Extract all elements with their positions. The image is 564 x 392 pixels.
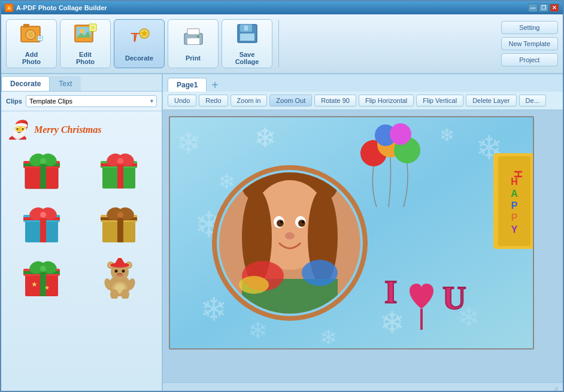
- clips-select-wrapper: Template Clips: [26, 95, 157, 107]
- main-area: Decorate Text Clips Template Clips 🎅 Mer…: [1, 74, 563, 392]
- tab-text[interactable]: Text: [50, 76, 81, 91]
- svg-point-77: [122, 270, 125, 273]
- svg-rect-3: [23, 24, 29, 28]
- zoom-out-button[interactable]: Zoom Out: [269, 95, 312, 107]
- svg-text:❄: ❄: [320, 326, 337, 349]
- svg-text:P: P: [511, 212, 518, 223]
- svg-text:❄: ❄: [254, 123, 277, 153]
- page-tabs-bar: Page1 +: [163, 74, 563, 92]
- svg-point-115: [302, 221, 304, 223]
- canvas-background: ❄ ❄ ❄ ❄ ❄ ❄ ❄ ❄ ❄ ❄ ❄ ❄ ❄: [170, 117, 534, 350]
- redo-button[interactable]: Redo: [199, 95, 228, 107]
- svg-point-116: [285, 232, 295, 239]
- xmas-hat-icon: 🎅: [7, 119, 29, 140]
- canvas-area: ❄ ❄ ❄ ❄ ❄ ❄ ❄ ❄ ❄ ❄ ❄ ❄ ❄: [163, 110, 563, 382]
- clip-item-gift-green[interactable]: [84, 146, 156, 194]
- clips-label: Clips: [6, 98, 22, 105]
- clip-item-bow-red[interactable]: ★ ★: [7, 254, 78, 302]
- app-title: A-PDF Photo Collage Builder: [16, 4, 107, 11]
- window-controls: — ❐ ✕: [528, 4, 559, 12]
- decorate-button[interactable]: T T Decorate: [114, 19, 165, 68]
- svg-text:A: A: [7, 6, 10, 10]
- svg-point-41: [117, 158, 123, 164]
- save-collage-button[interactable]: SaveCollage: [222, 19, 272, 68]
- add-photo-icon: +: [20, 23, 44, 48]
- svg-rect-25: [240, 34, 254, 41]
- title-bar: A A-PDF Photo Collage Builder — ❐ ✕: [1, 1, 563, 14]
- svg-point-5: [28, 32, 34, 38]
- svg-text:❄: ❄: [248, 317, 268, 344]
- svg-point-112: [277, 220, 284, 227]
- close-button[interactable]: ✕: [550, 4, 559, 12]
- merry-christmas-header: 🎅 Merry Christmas: [4, 114, 159, 143]
- zoom-in-button[interactable]: Zoom in: [231, 95, 268, 107]
- svg-point-62: [40, 266, 46, 272]
- svg-text:A: A: [511, 189, 518, 199]
- svg-rect-20: [187, 38, 199, 44]
- print-button[interactable]: Print: [168, 19, 219, 68]
- svg-rect-12: [89, 24, 96, 31]
- print-label: Print: [186, 54, 201, 62]
- panel-tabs: Decorate Text: [1, 74, 162, 92]
- rotate-button[interactable]: Rotate 90: [314, 95, 356, 107]
- svg-text:Y: Y: [511, 224, 518, 235]
- svg-text:P: P: [511, 200, 518, 211]
- right-area: Page1 + Undo Redo Zoom in Zoom Out Rotat…: [163, 74, 563, 392]
- svg-point-10: [80, 29, 84, 34]
- svg-point-113: [298, 220, 305, 227]
- main-toolbar: + AddPhoto EditPhoto: [1, 14, 563, 74]
- svg-point-109: [239, 276, 269, 294]
- page-tab-1[interactable]: Page1: [168, 78, 207, 92]
- clips-content: 🎅 Merry Christmas: [1, 111, 162, 392]
- svg-point-75: [117, 257, 123, 258]
- new-template-button[interactable]: New Template: [501, 37, 559, 50]
- clip-item-gift-gold[interactable]: [84, 200, 156, 248]
- toolbar-separator: [278, 20, 279, 68]
- canvas-image[interactable]: ❄ ❄ ❄ ❄ ❄ ❄ ❄ ❄ ❄ ❄ ❄ ❄ ❄: [169, 116, 534, 350]
- svg-text:❄: ❄: [200, 291, 228, 328]
- svg-point-108: [302, 260, 338, 286]
- svg-text:★: ★: [31, 280, 38, 288]
- svg-text:+: +: [38, 35, 41, 41]
- clips-select[interactable]: Template Clips: [26, 95, 157, 107]
- svg-text:❄: ❄: [176, 126, 201, 160]
- merry-christmas-text: Merry Christmas: [34, 124, 101, 135]
- tab-decorate[interactable]: Decorate: [1, 76, 50, 91]
- delete-layer-button[interactable]: Delete Layer: [466, 95, 516, 107]
- toolbar-group-main: + AddPhoto EditPhoto: [6, 19, 272, 68]
- clip-item-gift-red[interactable]: [7, 146, 78, 194]
- clip-item-gift-blue[interactable]: [7, 200, 78, 248]
- project-button[interactable]: Project: [501, 53, 559, 66]
- flip-horizontal-button[interactable]: Flip Horizontal: [359, 95, 414, 107]
- add-page-button[interactable]: +: [211, 79, 219, 91]
- edit-toolbar: Undo Redo Zoom in Zoom Out Rotate 90 Fli…: [163, 92, 563, 110]
- clip-item-teddy[interactable]: [84, 254, 156, 302]
- undo-button[interactable]: Undo: [168, 95, 196, 107]
- minimize-button[interactable]: —: [528, 4, 538, 12]
- svg-point-48: [40, 212, 46, 218]
- svg-rect-21: [187, 29, 199, 35]
- status-bar: ⊿: [163, 382, 563, 392]
- decorate-label: Decorate: [125, 54, 153, 62]
- svg-point-55: [117, 212, 123, 218]
- svg-text:I: I: [384, 274, 397, 310]
- more-button[interactable]: De...: [519, 95, 546, 107]
- svg-text:❄: ❄: [380, 306, 405, 339]
- resize-handle: ⊿: [553, 385, 558, 391]
- print-icon: [181, 26, 205, 52]
- save-collage-label: SaveCollage: [235, 51, 259, 65]
- decorate-icon: T T: [128, 26, 151, 52]
- svg-text:H: H: [511, 177, 518, 187]
- restore-button[interactable]: ❐: [539, 4, 548, 12]
- svg-text:❄: ❄: [439, 125, 454, 145]
- setting-button[interactable]: Setting: [501, 21, 559, 34]
- edit-photo-button[interactable]: EditPhoto: [60, 19, 111, 68]
- svg-point-34: [40, 158, 46, 164]
- svg-text:U: U: [442, 279, 466, 316]
- add-photo-button[interactable]: + AddPhoto: [6, 19, 57, 68]
- clips-row: Clips Template Clips: [1, 92, 162, 111]
- svg-marker-74: [114, 257, 126, 265]
- svg-point-114: [280, 221, 283, 223]
- svg-point-76: [115, 270, 118, 273]
- flip-vertical-button[interactable]: Flip Vertical: [416, 95, 463, 107]
